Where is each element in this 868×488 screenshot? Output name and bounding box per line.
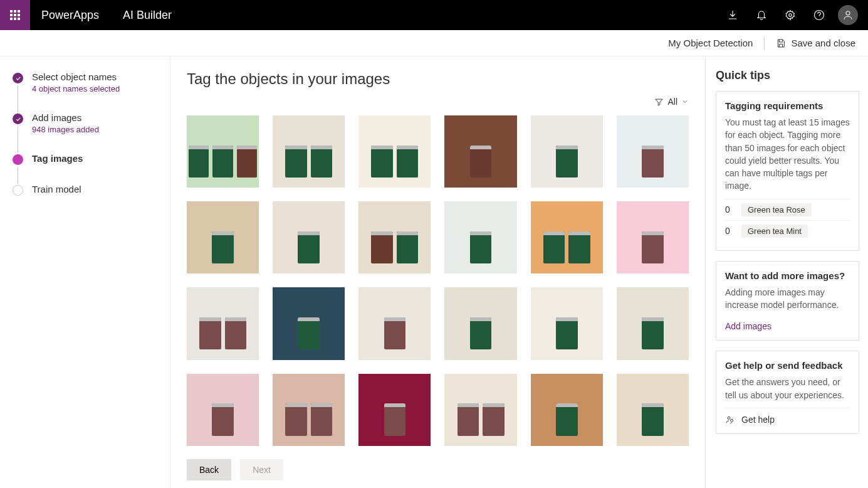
- image-thumbnail[interactable]: [358, 374, 431, 446]
- card-text: Adding more images may increase model pe…: [725, 286, 850, 312]
- product-can: [397, 231, 419, 264]
- card-text: Get the answers you need, or tell us abo…: [725, 376, 850, 401]
- image-thumbnail[interactable]: [273, 374, 345, 446]
- image-thumbnail[interactable]: [187, 374, 259, 446]
- next-button: Next: [240, 459, 283, 480]
- step-label: Tag images: [32, 153, 83, 164]
- image-thumbnail[interactable]: [617, 287, 689, 359]
- step-bullet: [13, 114, 23, 124]
- product-can: [642, 317, 664, 350]
- image-thumbnail[interactable]: [531, 201, 603, 273]
- check-icon: [15, 75, 21, 82]
- filter-label: All: [667, 97, 677, 107]
- product-can: [311, 403, 333, 436]
- svg-point-2: [846, 11, 850, 15]
- image-thumbnail[interactable]: [531, 374, 603, 446]
- filter-dropdown[interactable]: All: [187, 97, 689, 112]
- help-button[interactable]: [807, 3, 832, 28]
- step-3[interactable]: Tag images: [13, 153, 157, 184]
- image-thumbnail[interactable]: [444, 287, 516, 359]
- image-thumbnail[interactable]: [273, 201, 345, 273]
- image-thumbnail[interactable]: [444, 115, 516, 188]
- wizard-stepper: Select object names4 object names select…: [0, 56, 170, 488]
- tag-name-pill: Green tea Mint: [741, 225, 808, 238]
- waffle-icon: [10, 10, 20, 20]
- save-icon: [776, 38, 786, 48]
- product-can: [225, 317, 247, 350]
- product-can: [556, 403, 578, 436]
- get-help-label: Get help: [741, 415, 775, 425]
- account-button[interactable]: [835, 3, 860, 28]
- image-thumbnail[interactable]: [617, 115, 689, 188]
- image-thumbnail[interactable]: [358, 287, 431, 359]
- product-can: [285, 403, 307, 436]
- settings-button[interactable]: [778, 3, 803, 28]
- image-thumbnail[interactable]: [358, 115, 431, 188]
- download-icon: [727, 9, 738, 21]
- step-label: Add images: [32, 112, 99, 123]
- image-thumbnail[interactable]: [187, 115, 259, 188]
- image-thumbnail[interactable]: [531, 287, 603, 359]
- download-button[interactable]: [720, 3, 745, 28]
- sub-header: My Object Detection Save and close: [0, 30, 868, 56]
- step-bullet: [13, 73, 23, 83]
- product-can: [384, 317, 406, 350]
- svg-point-3: [728, 416, 730, 419]
- image-thumbnail[interactable]: [187, 201, 259, 273]
- step-label: Train model: [32, 184, 81, 194]
- card-title: Get help or send feedback: [725, 360, 850, 371]
- quick-tips-panel: Quick tips Tagging requirements You must…: [705, 56, 868, 488]
- add-images-card: Want to add more images? Adding more ima…: [716, 261, 859, 341]
- app-launcher-button[interactable]: [0, 0, 30, 30]
- image-thumbnail[interactable]: [531, 115, 603, 188]
- tagging-requirements-card: Tagging requirements You must tag at lea…: [716, 91, 859, 251]
- quick-tips-title: Quick tips: [716, 69, 859, 82]
- brand-name[interactable]: PowerApps: [30, 9, 110, 22]
- get-help-card: Get help or send feedback Get the answer…: [716, 351, 859, 434]
- product-can: [189, 146, 209, 178]
- product-can: [642, 231, 664, 264]
- image-thumbnail[interactable]: [273, 115, 345, 188]
- image-thumbnail[interactable]: [617, 201, 689, 273]
- image-thumbnail[interactable]: [444, 201, 516, 273]
- step-bullet: [13, 154, 23, 165]
- product-can: [642, 146, 664, 178]
- add-images-link[interactable]: Add images: [725, 317, 850, 331]
- product-can: [556, 146, 578, 178]
- gear-icon: [785, 9, 796, 21]
- step-1[interactable]: Select object names4 object names select…: [13, 72, 157, 112]
- image-thumbnail[interactable]: [187, 287, 259, 359]
- tag-count: 0: [725, 204, 735, 215]
- top-bar: PowerApps AI Builder: [0, 0, 868, 30]
- product-can: [237, 146, 257, 178]
- product-can: [483, 403, 505, 436]
- product-can: [397, 146, 419, 178]
- get-help-link[interactable]: Get help: [725, 408, 850, 425]
- app-name: AI Builder: [110, 9, 184, 22]
- card-title: Tagging requirements: [725, 100, 850, 111]
- save-close-label: Save and close: [791, 38, 855, 48]
- avatar: [838, 5, 858, 25]
- save-close-button[interactable]: Save and close: [776, 38, 855, 48]
- main-content: Tag the objects in your images All Back …: [170, 56, 705, 488]
- notifications-button[interactable]: [749, 3, 774, 28]
- filter-icon: [654, 97, 664, 107]
- check-icon: [15, 116, 21, 122]
- tag-count-row: 0Green tea Mint: [725, 220, 850, 241]
- image-thumbnail[interactable]: [358, 201, 431, 273]
- tag-count: 0: [725, 226, 735, 236]
- image-thumbnail[interactable]: [273, 287, 345, 359]
- step-4: Train model: [13, 184, 157, 196]
- product-can: [212, 146, 233, 178]
- product-can: [298, 231, 320, 264]
- image-thumbnail[interactable]: [617, 374, 689, 446]
- product-can: [371, 146, 393, 178]
- step-2[interactable]: Add images948 images added: [13, 112, 157, 153]
- image-thumbnail[interactable]: [444, 374, 516, 446]
- model-name: My Object Detection: [668, 38, 753, 48]
- chat-icon: [725, 415, 735, 425]
- product-can: [212, 403, 234, 436]
- image-grid: [187, 115, 689, 446]
- step-sublabel: 948 images added: [32, 125, 99, 134]
- back-button[interactable]: Back: [187, 459, 231, 480]
